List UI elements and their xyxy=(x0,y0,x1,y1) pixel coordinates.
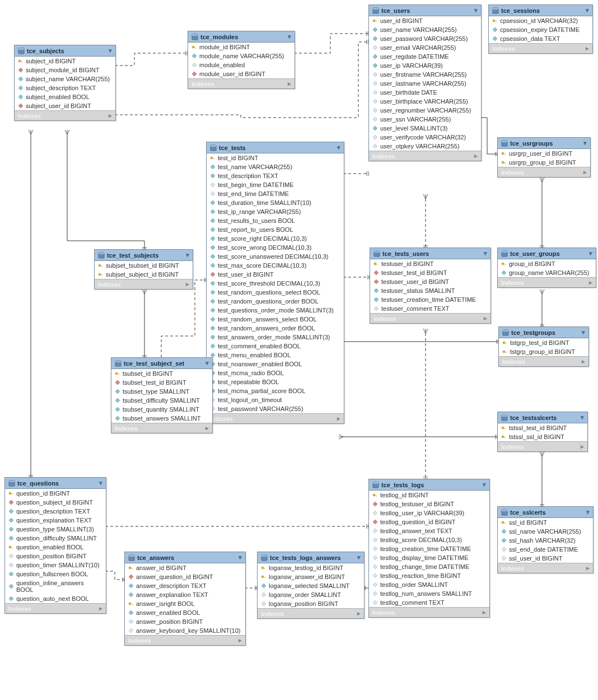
column-row[interactable]: user_otpkey VARCHAR(255) xyxy=(369,142,481,151)
indexes-footer[interactable]: Indexes▸ xyxy=(498,441,587,451)
column-row[interactable]: module_name VARCHAR(255) xyxy=(188,52,295,60)
column-row[interactable]: usrgrp_user_id BIGINT xyxy=(498,149,590,158)
entity-tce_user_groups[interactable]: tce_user_groups▾group_id BIGINTgroup_nam… xyxy=(497,248,596,288)
column-row[interactable]: testlog_id BIGINT xyxy=(369,491,489,500)
entity-tce_modules[interactable]: tce_modules▾module_id BIGINTmodule_name … xyxy=(188,31,295,89)
column-row[interactable]: logansw_selected SMALLINT xyxy=(258,581,364,590)
entity-tce_tests_logs_answers[interactable]: tce_tests_logs_answers▾logansw_testlog_i… xyxy=(257,552,365,619)
column-row[interactable]: testlog_display_time DATETIME xyxy=(369,553,489,562)
column-row[interactable]: testlog_order SMALLINT xyxy=(369,580,489,589)
column-row[interactable]: answer_enabled BOOL xyxy=(125,608,245,617)
column-row[interactable]: test_description TEXT xyxy=(207,171,344,180)
entity-header[interactable]: tce_users▾ xyxy=(369,5,481,16)
entity-tce_tests_users[interactable]: tce_tests_users▾testuser_id BIGINTtestus… xyxy=(370,248,491,324)
column-row[interactable]: subject_module_id BIGINT xyxy=(15,66,115,74)
entity-header[interactable]: tce_tests▾ xyxy=(207,142,344,153)
indexes-footer[interactable]: Indexes▸ xyxy=(5,603,106,613)
column-row[interactable]: testlog_answer_text TEXT xyxy=(369,526,489,535)
column-row[interactable]: answer_isright BOOL xyxy=(125,599,245,608)
entity-header[interactable]: tce_sessions▾ xyxy=(489,5,592,16)
column-row[interactable]: answer_description TEXT xyxy=(125,581,245,590)
entity-tce_test_subjects[interactable]: tce_test_subjects▾subjset_tsubset_id BIG… xyxy=(94,249,193,290)
entity-header[interactable]: tce_tests_logs_answers▾ xyxy=(258,552,364,563)
column-row[interactable]: testlog_comment TEXT xyxy=(369,598,489,607)
column-row[interactable]: question_description TEXT xyxy=(5,507,106,516)
entity-header[interactable]: tce_test_subjects▾ xyxy=(95,250,193,261)
indexes-footer[interactable]: Indexes▸ xyxy=(15,110,115,120)
column-row[interactable]: tsubset_id BIGINT xyxy=(111,369,212,378)
column-row[interactable]: module_enabled xyxy=(188,60,295,69)
entity-tce_tests_logs[interactable]: tce_tests_logs▾testlog_id BIGINTtestlog_… xyxy=(368,479,490,618)
column-row[interactable]: question_inline_answers BOOL xyxy=(5,578,106,594)
column-row[interactable]: module_user_id BIGINT xyxy=(188,69,295,78)
column-row[interactable]: test_mcma_partial_score BOOL xyxy=(207,386,344,395)
column-row[interactable]: testuser_test_id BIGINT xyxy=(370,268,490,277)
indexes-footer[interactable]: Indexes▸ xyxy=(111,423,212,433)
collapse-icon[interactable]: ▾ xyxy=(337,144,340,151)
column-row[interactable]: answer_keyboard_key SMALLINT(10) xyxy=(125,626,245,635)
indexes-footer[interactable]: Indexes▸ xyxy=(95,279,193,289)
indexes-footer[interactable]: Indexes▸ xyxy=(370,313,490,323)
column-row[interactable]: test_noanswer_enabled BOOL xyxy=(207,360,344,368)
entity-tce_sslcerts[interactable]: tce_sslcerts▾ssl_id BIGINTssl_name VARCH… xyxy=(497,506,594,573)
column-row[interactable]: ssl_id BIGINT xyxy=(498,518,593,527)
entity-header[interactable]: tce_user_groups▾ xyxy=(498,248,596,259)
column-row[interactable]: tstgrp_group_id BIGINT xyxy=(499,347,588,356)
column-row[interactable]: testlog_question_id BIGINT xyxy=(369,517,489,526)
entity-header[interactable]: tce_testsslcerts▾ xyxy=(498,412,587,423)
column-row[interactable]: question_id BIGINT xyxy=(5,489,106,498)
collapse-icon[interactable]: ▾ xyxy=(581,414,584,421)
collapse-icon[interactable]: ▾ xyxy=(586,7,589,14)
entity-tce_testsslcerts[interactable]: tce_testsslcerts▾tstssl_test_id BIGINTts… xyxy=(497,412,588,452)
column-row[interactable]: logansw_order SMALLINT xyxy=(258,590,364,599)
column-row[interactable]: test_ip_range VARCHAR(255) xyxy=(207,207,344,216)
column-row[interactable]: test_random_answers_order BOOL xyxy=(207,324,344,333)
column-row[interactable]: testuser_id BIGINT xyxy=(370,259,490,268)
column-row[interactable]: question_position BIGINT xyxy=(5,552,106,561)
column-row[interactable]: test_random_answers_select BOOL xyxy=(207,315,344,324)
indexes-footer[interactable]: Indexes▸ xyxy=(499,356,588,366)
indexes-footer[interactable]: Indexes▸ xyxy=(207,413,344,423)
column-row[interactable]: test_score_wrong DECIMAL(10,3) xyxy=(207,243,344,252)
indexes-footer[interactable]: Indexes▸ xyxy=(498,277,596,287)
column-row[interactable]: test_report_to_users BOOL xyxy=(207,225,344,234)
entity-header[interactable]: tce_usrgroups▾ xyxy=(498,138,590,149)
column-row[interactable]: testuser_status SMALLINT xyxy=(370,286,490,295)
column-row[interactable]: testuser_user_id BIGINT xyxy=(370,277,490,286)
column-row[interactable]: tstgrp_test_id BIGINT xyxy=(499,338,588,347)
column-row[interactable]: tsubset_test_id BIGINT xyxy=(111,378,212,387)
column-row[interactable]: test_end_time DATETIME xyxy=(207,189,344,198)
indexes-footer[interactable]: Indexes▸ xyxy=(188,78,295,88)
column-row[interactable]: test_id BIGINT xyxy=(207,153,344,162)
column-row[interactable]: test_name VARCHAR(255) xyxy=(207,162,344,171)
indexes-footer[interactable]: Indexes▸ xyxy=(498,563,593,573)
collapse-icon[interactable]: ▾ xyxy=(483,481,486,488)
column-row[interactable]: answer_explanation TEXT xyxy=(125,590,245,599)
column-row[interactable]: testlog_num_answers SMALLINT xyxy=(369,589,489,598)
column-row[interactable]: question_difficulty SMALLINT xyxy=(5,534,106,543)
entity-tce_testgroups[interactable]: tce_testgroups▾tstgrp_test_id BIGINTtstg… xyxy=(498,326,589,367)
collapse-icon[interactable]: ▾ xyxy=(239,554,242,561)
collapse-icon[interactable]: ▾ xyxy=(582,329,585,336)
column-row[interactable]: subject_enabled BOOL xyxy=(15,92,115,101)
column-row[interactable]: test_begin_time DATETIME xyxy=(207,180,344,189)
column-row[interactable]: user_id BIGINT xyxy=(369,16,481,25)
column-row[interactable]: user_email VARCHAR(255) xyxy=(369,43,481,52)
column-row[interactable]: question_type SMALLINT(3) xyxy=(5,525,106,534)
column-row[interactable]: logansw_answer_id BIGINT xyxy=(258,572,364,581)
column-row[interactable]: question_subject_id BIGINT xyxy=(5,498,106,507)
column-row[interactable]: question_explanation TEXT xyxy=(5,516,106,525)
collapse-icon[interactable]: ▾ xyxy=(99,479,102,487)
column-row[interactable]: subject_description TEXT xyxy=(15,83,115,92)
column-row[interactable]: user_verifycode VARCHAR(32) xyxy=(369,133,481,142)
column-row[interactable]: testlog_score DECIMAL(10,3) xyxy=(369,535,489,544)
indexes-footer[interactable]: Indexes▸ xyxy=(489,43,592,53)
column-row[interactable]: user_level SMALLINT(3) xyxy=(369,124,481,133)
column-row[interactable]: question_fullscreen BOOL xyxy=(5,570,106,578)
column-row[interactable]: test_password VARCHAR(255) xyxy=(207,404,344,413)
column-row[interactable]: ssl_name VARCHAR(255) xyxy=(498,527,593,536)
column-row[interactable]: usrgrp_group_id BIGINT xyxy=(498,158,590,167)
entity-tce_answers[interactable]: tce_answers▾answer_id BIGINTanswer_quest… xyxy=(124,552,246,646)
column-row[interactable]: testlog_reaction_time BIGINT xyxy=(369,571,489,580)
column-row[interactable]: test_repeatable BOOL xyxy=(207,377,344,386)
